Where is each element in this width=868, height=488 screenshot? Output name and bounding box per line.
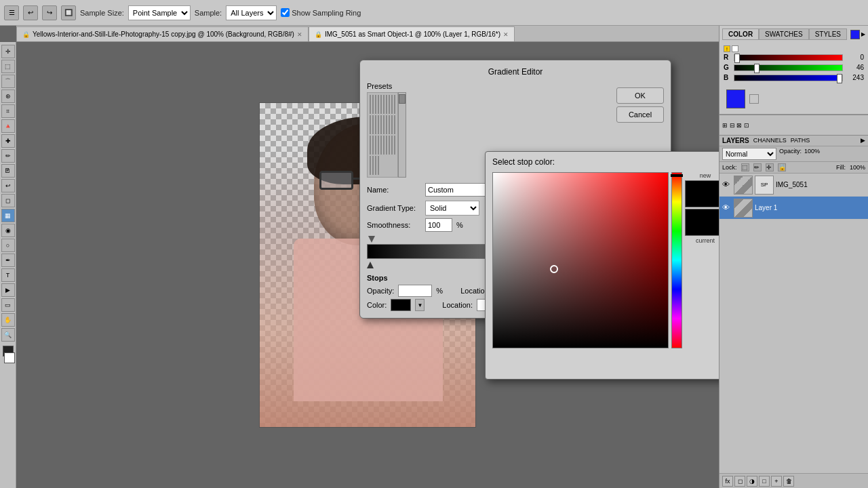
color-stop-1[interactable] bbox=[367, 262, 374, 268]
color-foreground-swatch[interactable] bbox=[850, 30, 860, 39]
history-brush[interactable]: ↩ bbox=[1, 179, 15, 192]
preset-24[interactable] bbox=[378, 136, 379, 155]
preset-1[interactable] bbox=[370, 95, 371, 114]
preset-11[interactable] bbox=[370, 115, 371, 134]
preset-31[interactable] bbox=[370, 156, 371, 175]
gradient-tool active[interactable]: ▦ bbox=[1, 209, 15, 222]
eyedropper-tool[interactable]: 🔲 bbox=[61, 5, 76, 20]
gradient-type-select[interactable]: Solid bbox=[425, 201, 479, 216]
layer-mask-button[interactable]: ◻ bbox=[734, 476, 745, 487]
sample-select[interactable]: All Layers bbox=[226, 5, 277, 20]
color-gradient-picker[interactable] bbox=[492, 172, 669, 348]
preset-30[interactable] bbox=[394, 136, 395, 155]
preset-27[interactable] bbox=[386, 136, 387, 155]
g-slider-track[interactable] bbox=[734, 64, 843, 71]
stop-color-swatch[interactable] bbox=[391, 299, 411, 311]
preset-12[interactable] bbox=[372, 115, 374, 134]
tab-img5051[interactable]: 🔒 IMG_5051 as Smart Object-1 @ 100% (Lay… bbox=[309, 26, 515, 41]
preset-29[interactable] bbox=[391, 136, 393, 155]
layer-row-layer1[interactable]: 👁 Layer 1 bbox=[719, 197, 868, 220]
preset-7[interactable] bbox=[386, 95, 387, 114]
color-tab-styles[interactable]: STYLES bbox=[809, 28, 847, 40]
pen-tool[interactable]: ✒ bbox=[1, 253, 15, 267]
r-slider-thumb[interactable] bbox=[734, 54, 740, 63]
preset-13[interactable] bbox=[375, 115, 376, 134]
eyedropper-tool[interactable]: 🔺 bbox=[1, 119, 15, 133]
eraser-tool[interactable]: ◻ bbox=[1, 194, 15, 207]
preset-26[interactable] bbox=[383, 136, 384, 155]
color-options-btn[interactable]: ▶ bbox=[861, 31, 865, 37]
preset-34[interactable] bbox=[378, 156, 379, 175]
shapes-tool[interactable]: ▭ bbox=[1, 298, 15, 312]
preset-33[interactable] bbox=[375, 156, 376, 175]
preset-19[interactable] bbox=[391, 115, 393, 134]
preset-5[interactable] bbox=[380, 95, 382, 114]
smoothness-input[interactable] bbox=[425, 218, 452, 232]
hue-strip[interactable] bbox=[671, 172, 682, 348]
preset-17[interactable] bbox=[386, 115, 387, 134]
preset-32[interactable] bbox=[372, 156, 374, 175]
dodge-tool[interactable]: ○ bbox=[1, 239, 15, 252]
preset-10[interactable] bbox=[394, 95, 395, 114]
lock-transparent-btn[interactable]: ⬚ bbox=[741, 163, 749, 171]
tab-close-yellows[interactable]: ✕ bbox=[297, 31, 302, 38]
layer-adjustment-button[interactable]: ◑ bbox=[747, 476, 757, 487]
show-sampling-ring-checkbox[interactable] bbox=[281, 8, 290, 17]
preset-3[interactable] bbox=[375, 95, 376, 114]
color-tab-swatches[interactable]: SWATCHES bbox=[759, 28, 809, 40]
layer-delete-button[interactable]: 🗑 bbox=[783, 476, 794, 487]
preset-21[interactable] bbox=[370, 136, 371, 155]
clone-tool[interactable]: 🖹 bbox=[1, 164, 15, 178]
color-preview-swatch[interactable] bbox=[726, 89, 745, 108]
opacity-stop-1[interactable] bbox=[368, 236, 375, 243]
eye-icon-layer1[interactable]: 👁 bbox=[722, 203, 732, 213]
opacity-value-input[interactable] bbox=[398, 285, 432, 297]
lock-all-btn[interactable]: 🔒 bbox=[778, 163, 786, 171]
lock-image-btn[interactable]: ✏ bbox=[753, 163, 762, 171]
hand-tool[interactable]: ✋ bbox=[1, 313, 15, 327]
brush-tool[interactable]: ✏ bbox=[1, 149, 15, 163]
healing-tool[interactable]: ✚ bbox=[1, 134, 15, 148]
preset-28[interactable] bbox=[389, 136, 390, 155]
gradient-cancel-button[interactable]: Cancel bbox=[616, 106, 664, 123]
move-tool[interactable]: ✛ bbox=[1, 45, 15, 58]
b-slider-thumb[interactable] bbox=[837, 74, 842, 83]
preset-16[interactable] bbox=[383, 115, 384, 134]
preset-14[interactable] bbox=[378, 115, 379, 134]
blur-tool[interactable]: ◉ bbox=[1, 224, 15, 237]
preset-18[interactable] bbox=[389, 115, 390, 134]
undo-icon[interactable]: ↩ bbox=[23, 5, 38, 20]
preset-20[interactable] bbox=[394, 115, 395, 134]
layer-group-button[interactable]: □ bbox=[759, 476, 770, 487]
preset-22[interactable] bbox=[372, 136, 374, 155]
zoom-tool[interactable]: 🔍 bbox=[1, 328, 15, 342]
select-tool[interactable]: ⬚ bbox=[1, 60, 15, 73]
tab-yellows[interactable]: 🔒 Yellows-Interior-and-Still-Life-Photog… bbox=[16, 26, 309, 41]
transparent-swatch[interactable] bbox=[749, 94, 759, 104]
stop-color-dropdown[interactable]: ▼ bbox=[415, 299, 425, 311]
sample-size-select[interactable]: Point Sample bbox=[128, 5, 191, 20]
blend-mode-select[interactable]: Normal bbox=[722, 148, 776, 160]
color-tab-color[interactable]: COLOR bbox=[722, 28, 759, 40]
eye-icon-img5051[interactable]: 👁 bbox=[722, 180, 732, 190]
preset-8[interactable] bbox=[389, 95, 390, 114]
show-sampling-ring-label[interactable]: Show Sampling Ring bbox=[281, 8, 361, 17]
tab-close-img5051[interactable]: ✕ bbox=[503, 31, 509, 38]
path-select[interactable]: ▶ bbox=[1, 283, 15, 297]
preset-2[interactable] bbox=[372, 95, 374, 114]
gradient-ok-button[interactable]: OK bbox=[616, 87, 664, 104]
text-tool[interactable]: T bbox=[1, 268, 15, 282]
menu-icon[interactable]: ☰ bbox=[4, 5, 19, 20]
presets-scroll-thumb[interactable] bbox=[399, 94, 406, 104]
b-slider-track[interactable] bbox=[734, 75, 843, 81]
quick-select-tool[interactable]: ⊛ bbox=[1, 89, 15, 103]
crop-tool[interactable]: ⌗ bbox=[1, 104, 15, 118]
preset-9[interactable] bbox=[391, 95, 393, 114]
lasso-tool[interactable]: ⌒ bbox=[1, 75, 15, 88]
paths-tab[interactable]: PATHS bbox=[791, 137, 810, 144]
preset-4[interactable] bbox=[378, 95, 379, 114]
layer-new-button[interactable]: + bbox=[771, 476, 782, 487]
layers-options-btn[interactable]: ▶ bbox=[861, 137, 865, 144]
g-slider-thumb[interactable] bbox=[754, 64, 760, 73]
channels-tab[interactable]: CHANNELS bbox=[753, 137, 787, 144]
